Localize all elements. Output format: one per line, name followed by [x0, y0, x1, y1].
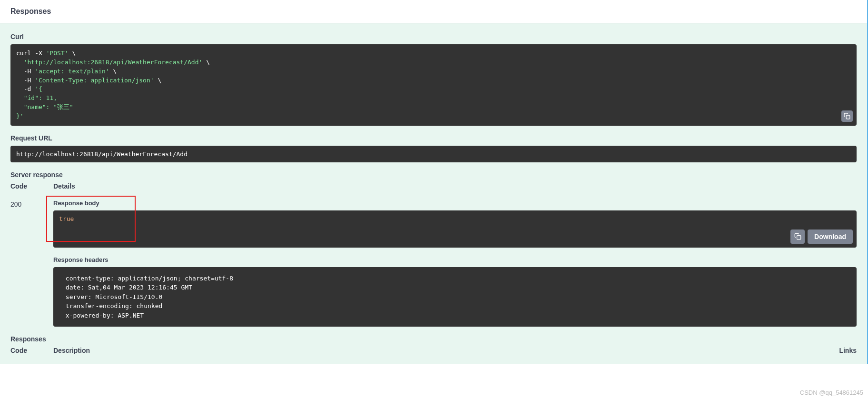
code-column-header: Code: [10, 182, 53, 190]
responses-header: Responses: [0, 0, 867, 23]
responses-section-label: Responses: [10, 335, 857, 343]
copy-curl-button[interactable]: [841, 110, 853, 122]
status-code: 200: [10, 200, 53, 336]
server-response-table-header: Code Details: [10, 182, 857, 190]
svg-rect-1: [797, 236, 800, 239]
responses-title: Responses: [10, 7, 857, 16]
curl-label: Curl: [10, 33, 857, 40]
responses-table-header: Code Description Links: [10, 347, 857, 354]
server-response-label: Server response: [10, 171, 857, 179]
responses-inner: Curl curl -X 'POST' \ 'http://localhost:…: [0, 23, 867, 364]
response-row: 200 Response body true Download: [10, 200, 857, 336]
responses-code-header: Code: [10, 347, 53, 354]
response-headers-label: Response headers: [53, 256, 857, 263]
request-url-block: http://localhost:26818/api/WeatherForeca…: [10, 146, 857, 162]
svg-rect-0: [846, 115, 850, 119]
clipboard-icon: [844, 113, 850, 120]
responses-links-header: Links: [839, 347, 857, 354]
clipboard-icon: [794, 233, 801, 240]
response-body-value: true: [59, 215, 74, 222]
response-details: Response body true Download Response hea…: [53, 200, 857, 336]
response-body-label: Response body: [53, 200, 857, 207]
curl-block: curl -X 'POST' \ 'http://localhost:26818…: [10, 44, 857, 126]
details-column-header: Details: [53, 182, 857, 190]
curl-command-text: curl -X 'POST' \ 'http://localhost:26818…: [16, 50, 210, 120]
response-headers-block: content-type: application/json; charset=…: [53, 267, 857, 327]
responses-description-header: Description: [53, 347, 90, 354]
request-url-label: Request URL: [10, 134, 857, 142]
download-button[interactable]: Download: [808, 229, 853, 244]
copy-body-button[interactable]: [790, 229, 805, 244]
response-body-block: true Download: [53, 210, 857, 248]
